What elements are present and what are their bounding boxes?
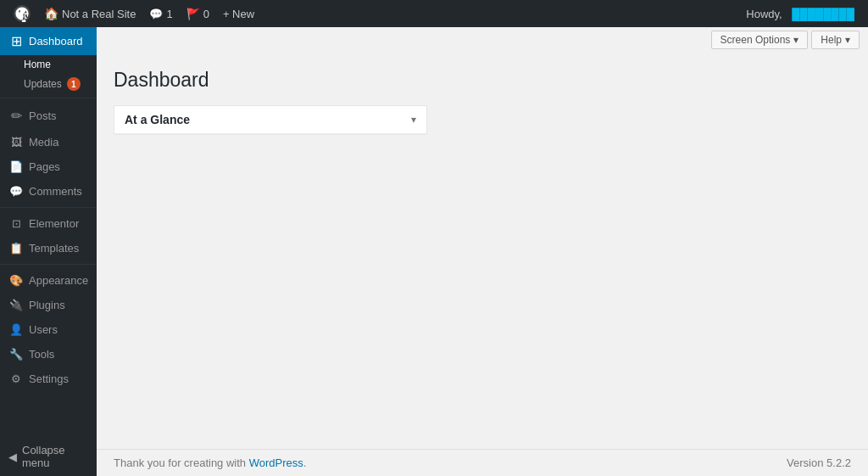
sidebar-templates-label: Templates	[29, 242, 79, 255]
updates-sublabel: Updates	[24, 78, 62, 90]
new-content-button[interactable]: + New	[216, 0, 261, 27]
collapse-label: Collapse menu	[22, 444, 90, 469]
sidebar-item-posts[interactable]: ✏ Posts	[0, 102, 97, 130]
collapse-menu-button[interactable]: ◀ Collapse menu	[0, 437, 97, 476]
sidebar-item-templates[interactable]: 📋 Templates	[0, 236, 97, 260]
thank-you-text: Thank you for creating with	[114, 456, 246, 469]
users-icon: 👤	[8, 323, 24, 336]
footer-version: Version 5.2.2	[787, 456, 851, 469]
sidebar-plugins-label: Plugins	[29, 299, 65, 311]
sidebar-tools-label: Tools	[29, 348, 54, 361]
widget-title: At a Glance	[125, 113, 190, 126]
screen-options-label: Screen Options	[721, 34, 791, 46]
separator-2	[0, 207, 97, 208]
templates-icon: 📋	[8, 242, 24, 255]
media-icon: 🖼	[8, 136, 24, 148]
sidebar-settings-label: Settings	[29, 372, 69, 385]
sidebar-subitem-home[interactable]: Home	[0, 55, 97, 74]
help-label: Help	[821, 34, 842, 46]
sidebar-item-comments[interactable]: 💬 Comments	[0, 179, 97, 204]
page-wrap: Dashboard At a Glance ▾	[97, 53, 868, 449]
help-button[interactable]: Help ▾	[811, 31, 860, 49]
page-title: Dashboard	[114, 68, 851, 93]
sidebar-item-settings[interactable]: ⚙ Settings	[0, 367, 97, 391]
screen-options-chevron-icon: ▾	[793, 34, 798, 46]
widget-header[interactable]: At a Glance ▾	[114, 106, 426, 134]
at-a-glance-widget: At a Glance ▾	[114, 105, 427, 135]
sidebar-item-dashboard[interactable]: ⊞ Dashboard	[0, 27, 97, 55]
comment-icon: 💬	[149, 8, 163, 20]
sidebar-dashboard-label: Dashboard	[29, 35, 83, 48]
sidebar-pages-label: Pages	[29, 160, 60, 173]
new-label: + New	[223, 8, 254, 20]
wp-logo-button[interactable]	[7, 0, 37, 27]
sidebar-item-media[interactable]: 🖼 Media	[0, 130, 97, 154]
user-greeting[interactable]: Howdy, ████████	[739, 0, 861, 27]
spam-button[interactable]: 🚩 0	[180, 0, 216, 27]
widget-toggle-icon: ▾	[411, 114, 416, 126]
settings-icon: ⚙	[8, 372, 24, 385]
sidebar-item-users[interactable]: 👤 Users	[0, 317, 97, 342]
sidebar-item-elementor[interactable]: ⊡ Elementor	[0, 211, 97, 236]
sidebar-item-pages[interactable]: 📄 Pages	[0, 154, 97, 179]
sidebar-subitem-updates[interactable]: Updates 1	[0, 74, 97, 94]
site-name-label: Not a Real Site	[62, 8, 136, 20]
sidebar-posts-label: Posts	[29, 109, 57, 122]
main-content-area: Screen Options ▾ Help ▾ Dashboard At a G…	[97, 27, 868, 476]
updates-badge: 1	[67, 77, 81, 91]
screen-options-button[interactable]: Screen Options ▾	[711, 31, 809, 49]
sidebar-users-label: Users	[29, 323, 58, 336]
sidebar-item-appearance[interactable]: 🎨 Appearance	[0, 268, 97, 293]
sidebar-item-tools[interactable]: 🔧 Tools	[0, 342, 97, 367]
appearance-icon: 🎨	[8, 274, 24, 287]
comments-icon: 💬	[8, 185, 24, 198]
wordpress-link-text: WordPress	[249, 456, 303, 469]
site-name-button[interactable]: 🏠 Not a Real Site	[37, 0, 142, 27]
elementor-icon: ⊡	[8, 217, 24, 230]
sidebar-elementor-label: Elementor	[29, 217, 79, 230]
collapse-icon: ◀	[8, 451, 17, 463]
dashboard-icon: ⊞	[8, 33, 24, 49]
separator-1	[0, 98, 97, 98]
wordpress-link[interactable]: WordPress	[249, 456, 303, 469]
pages-icon: 📄	[8, 160, 24, 173]
screen-options-bar: Screen Options ▾ Help ▾	[97, 27, 868, 53]
comments-count: 1	[166, 8, 172, 20]
tools-icon: 🔧	[8, 348, 24, 361]
sidebar-item-plugins[interactable]: 🔌 Plugins	[0, 293, 97, 317]
spam-icon: 🚩	[186, 8, 200, 20]
posts-icon: ✏	[8, 108, 24, 124]
footer-credit: Thank you for creating with WordPress.	[114, 456, 306, 469]
username-label: ████████	[792, 8, 854, 20]
admin-sidebar: ⊞ Dashboard Home Updates 1 ✏ Posts 🖼 Med…	[0, 27, 97, 476]
help-chevron-icon: ▾	[845, 34, 850, 46]
home-sublabel: Home	[24, 59, 51, 70]
sidebar-comments-label: Comments	[29, 185, 82, 198]
comments-button[interactable]: 💬 1	[142, 0, 179, 27]
plugins-icon: 🔌	[8, 299, 24, 311]
spam-count: 0	[203, 8, 209, 20]
wp-footer: Thank you for creating with WordPress. V…	[97, 449, 868, 476]
admin-bar: 🏠 Not a Real Site 💬 1 🚩 0 + New Howdy, █…	[0, 0, 868, 27]
sidebar-media-label: Media	[29, 136, 58, 148]
sidebar-appearance-label: Appearance	[29, 274, 88, 287]
howdy-label: Howdy,	[746, 8, 782, 20]
separator-3	[0, 264, 97, 265]
